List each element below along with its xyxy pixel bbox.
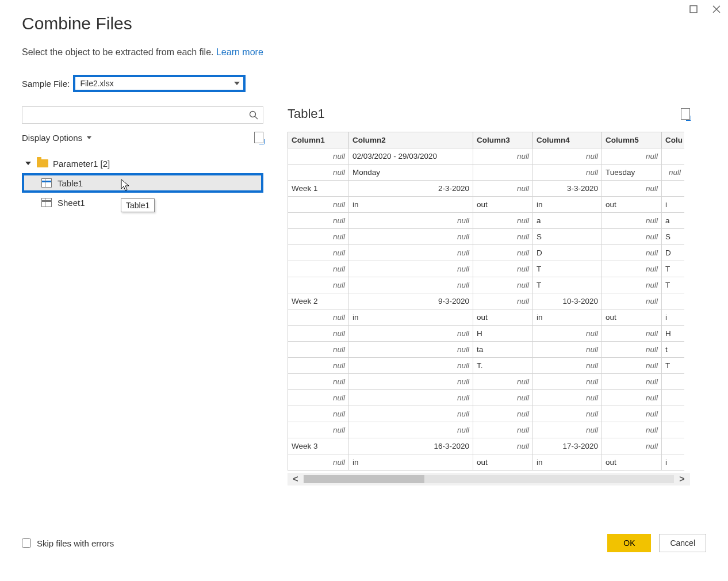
table-cell: null (288, 245, 349, 261)
scrollbar-thumb[interactable] (304, 475, 424, 483)
table-cell: a (662, 213, 685, 229)
ok-button[interactable]: OK (607, 534, 651, 552)
tree-item-table1[interactable]: Table1 (22, 173, 263, 193)
table-row: nullnullnullnullnull (288, 422, 685, 438)
preview-table: Column1Column2Column3Column4Column5Colu … (288, 132, 684, 471)
skip-files-checkbox[interactable] (22, 538, 31, 548)
table-cell: null (288, 197, 349, 213)
column-header[interactable]: Column2 (349, 132, 473, 148)
table-row: nullnullnullnullnull (288, 390, 685, 406)
table-cell (473, 165, 533, 181)
table-cell: null (602, 261, 662, 277)
table-cell: null (602, 277, 662, 293)
table-cell: null (602, 229, 662, 245)
column-header[interactable]: Colu (662, 132, 685, 148)
scroll-right-icon[interactable]: > (674, 473, 690, 486)
table-cell: T (662, 261, 685, 277)
cancel-button[interactable]: Cancel (659, 534, 706, 552)
table-cell: 3-3-2020 (533, 181, 602, 197)
table-cell: null (288, 261, 349, 277)
svg-rect-0 (690, 6, 697, 13)
table-row: nullnullT.nullnullT (288, 358, 685, 374)
table-cell: null (533, 148, 602, 165)
table-cell: H (662, 326, 685, 342)
table-row: nullnullnullnullnull (288, 374, 685, 390)
table-cell: in (349, 454, 473, 471)
tree-root[interactable]: Parameter1 [2] (22, 154, 263, 173)
tree-item-label: Table1 (58, 178, 83, 188)
skip-files-label: Skip files with errors (37, 538, 114, 548)
table-cell: out (473, 309, 533, 326)
table-icon (41, 178, 52, 188)
table-cell: null (288, 229, 349, 245)
table-cell: out (473, 197, 533, 213)
table-cell: Week 3 (288, 438, 349, 454)
table-cell: null (533, 342, 602, 358)
table-cell: T (662, 358, 685, 374)
table-cell: null (288, 213, 349, 229)
table-cell: null (473, 245, 533, 261)
column-header[interactable]: Column5 (602, 132, 662, 148)
table-cell: null (349, 358, 473, 374)
table-cell (662, 406, 685, 422)
maximize-icon[interactable] (688, 3, 699, 15)
table-row: Week 29-3-2020null10-3-2020null (288, 293, 685, 309)
horizontal-scrollbar[interactable]: < > (288, 473, 690, 486)
preview-options-icon[interactable] (681, 108, 690, 120)
table-row: nullnullHnullnullH (288, 326, 685, 342)
close-icon[interactable] (711, 3, 722, 15)
table-cell: null (288, 454, 349, 471)
table-cell: null (288, 165, 349, 181)
refresh-preview-icon[interactable] (254, 132, 263, 143)
table-row: nullMondaynullTuesdaynull (288, 165, 685, 181)
scroll-left-icon[interactable]: < (288, 473, 304, 486)
dialog-subtitle: Select the object to be extracted from e… (22, 47, 214, 57)
table-cell: null (473, 390, 533, 406)
table-cell: null (473, 148, 533, 165)
chevron-down-icon (87, 136, 91, 139)
table-cell: Week 1 (288, 181, 349, 197)
table-cell (662, 422, 685, 438)
table-cell: null (602, 245, 662, 261)
table-cell: null (602, 213, 662, 229)
table-cell: in (533, 309, 602, 326)
table-row: null02/03/2020 - 29/03/2020nullnullnull (288, 148, 685, 165)
table-cell: null (473, 293, 533, 309)
table-cell (662, 390, 685, 406)
table-cell: Tuesday (602, 165, 662, 181)
display-options-label: Display Options (22, 133, 82, 143)
table-cell: null (349, 406, 473, 422)
dialog-title: Combine Files (22, 14, 132, 33)
table-cell: null (349, 374, 473, 390)
sample-file-dropdown[interactable]: File2.xlsx (73, 75, 246, 92)
table-cell: 10-3-2020 (533, 293, 602, 309)
table-cell: null (533, 358, 602, 374)
table-cell: out (602, 309, 662, 326)
collapse-icon[interactable] (25, 162, 31, 165)
table-cell (662, 293, 685, 309)
search-input[interactable] (22, 110, 249, 120)
table-row: nullnullnullDnullD (288, 245, 685, 261)
sample-file-value: File2.xlsx (80, 79, 113, 88)
table-cell: T. (473, 358, 533, 374)
table-cell: in (349, 197, 473, 213)
display-options-dropdown[interactable]: Display Options (22, 133, 91, 143)
table-cell: out (602, 454, 662, 471)
column-header[interactable]: Column4 (533, 132, 602, 148)
column-header[interactable]: Column3 (473, 132, 533, 148)
table-cell: null (349, 342, 473, 358)
table-cell: S (533, 229, 602, 245)
table-cell: T (533, 277, 602, 293)
column-header[interactable]: Column1 (288, 132, 349, 148)
table-cell: null (602, 406, 662, 422)
table-cell: 17-3-2020 (533, 438, 602, 454)
table-cell: null (288, 390, 349, 406)
learn-more-link[interactable]: Learn more (216, 47, 263, 57)
table-cell: 9-3-2020 (349, 293, 473, 309)
table-cell: 2-3-2020 (349, 181, 473, 197)
skip-files-checkbox-label[interactable]: Skip files with errors (22, 538, 114, 548)
table-cell: null (288, 422, 349, 438)
search-input-container[interactable] (22, 106, 263, 124)
table-row: nullnullnullTnullT (288, 261, 685, 277)
table-cell: null (349, 326, 473, 342)
